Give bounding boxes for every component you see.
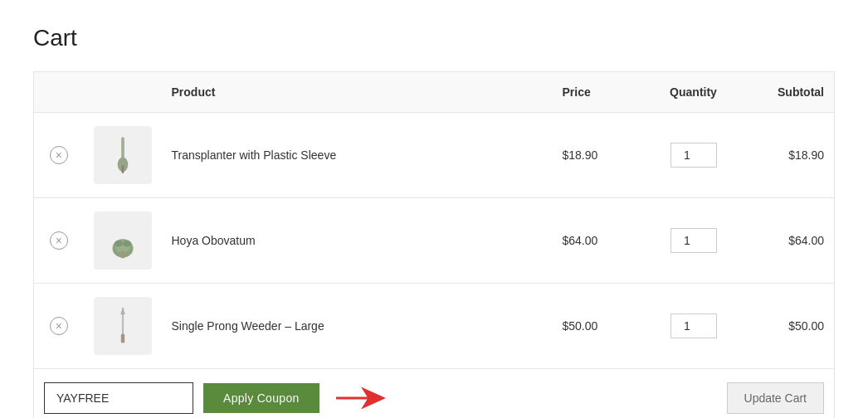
remove-icon: × <box>56 320 62 332</box>
svg-marker-11 <box>336 387 386 410</box>
table-row: × Hoya Obovatum $64.00 <box>34 198 835 284</box>
product-name: Transplanter with Plastic Sleeve <box>172 148 337 162</box>
product-price: $50.00 <box>563 319 598 333</box>
product-image-1 <box>94 126 152 184</box>
svg-point-7 <box>123 241 131 247</box>
cart-footer: Apply Coupon Update Cart <box>33 369 835 418</box>
remove-cell: × <box>34 284 84 369</box>
remove-button-2[interactable]: × <box>50 231 68 250</box>
product-name: Single Prong Weeder – Large <box>172 319 324 333</box>
product-subtotal: $18.90 <box>788 148 824 162</box>
svg-marker-10 <box>120 308 125 314</box>
coupon-input[interactable] <box>44 382 193 414</box>
product-price: $18.90 <box>563 148 598 162</box>
product-subtotal: $50.00 <box>788 319 824 333</box>
quantity-input-2[interactable] <box>671 228 717 253</box>
product-name-cell-1: Transplanter with Plastic Sleeve <box>162 113 553 198</box>
price-cell-2: $64.00 <box>553 198 644 284</box>
apply-coupon-button[interactable]: Apply Coupon <box>203 383 319 413</box>
quantity-cell-3 <box>644 284 744 369</box>
arrow-indicator <box>336 386 386 411</box>
remove-icon: × <box>56 149 62 161</box>
image-cell-2 <box>84 198 162 284</box>
product-name-cell-3: Single Prong Weeder – Large <box>162 284 553 369</box>
product-image-2 <box>94 211 152 270</box>
cart-table-body: × Transplanter with Plastic Sleeve $18.9… <box>34 113 835 369</box>
remove-icon: × <box>56 235 62 246</box>
update-cart-button[interactable]: Update Cart <box>727 382 824 414</box>
col-header-remove <box>34 72 84 113</box>
remove-button-1[interactable]: × <box>50 146 68 164</box>
price-cell-3: $50.00 <box>553 284 644 369</box>
remove-button-3[interactable]: × <box>50 317 68 335</box>
col-header-product: Product <box>162 72 553 113</box>
table-row: × Single Prong Weeder – Large $50.00 <box>34 284 835 369</box>
page-container: Cart Product Price Quantity Subtotal × <box>0 0 868 418</box>
svg-point-6 <box>115 241 123 247</box>
remove-cell: × <box>34 198 84 284</box>
col-header-price: Price <box>553 72 644 113</box>
svg-rect-9 <box>120 333 124 343</box>
table-row: × Transplanter with Plastic Sleeve $18.9… <box>34 113 835 198</box>
col-header-subtotal: Subtotal <box>744 72 835 113</box>
product-image-3 <box>94 297 152 355</box>
product-name: Hoya Obovatum <box>172 234 256 247</box>
quantity-cell-1 <box>644 113 744 198</box>
quantity-input-3[interactable] <box>671 314 717 338</box>
product-price: $64.00 <box>563 234 598 247</box>
cart-table-header: Product Price Quantity Subtotal <box>34 72 835 113</box>
price-cell-1: $18.90 <box>553 113 644 198</box>
quantity-input-1[interactable] <box>671 143 717 168</box>
svg-rect-5 <box>120 251 124 259</box>
image-cell-1 <box>84 113 162 198</box>
col-header-quantity: Quantity <box>644 72 744 113</box>
product-subtotal: $64.00 <box>788 234 824 247</box>
subtotal-cell-3: $50.00 <box>744 284 835 369</box>
svg-rect-2 <box>121 166 124 173</box>
col-header-image <box>84 72 162 113</box>
subtotal-cell-1: $18.90 <box>744 113 835 198</box>
quantity-cell-2 <box>644 198 744 284</box>
remove-cell: × <box>34 113 84 198</box>
product-name-cell-2: Hoya Obovatum <box>162 198 553 284</box>
image-cell-3 <box>84 284 162 369</box>
cart-table: Product Price Quantity Subtotal × <box>33 71 835 369</box>
page-title: Cart <box>33 25 835 51</box>
subtotal-cell-2: $64.00 <box>744 198 835 284</box>
